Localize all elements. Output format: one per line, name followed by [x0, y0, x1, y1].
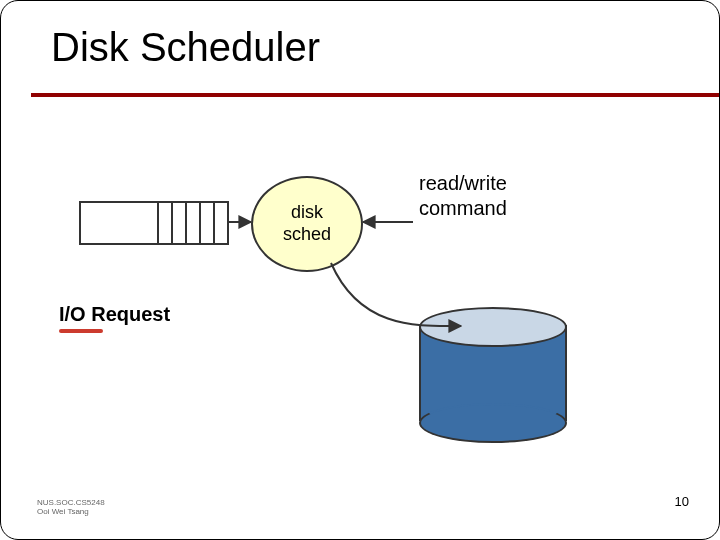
credit-line-2: Ooi Wei Tsang	[37, 507, 105, 517]
slide-title: Disk Scheduler	[51, 25, 320, 70]
queue-slot	[171, 203, 185, 243]
queue-slot	[185, 203, 199, 243]
page-number: 10	[675, 494, 689, 509]
disk-sched-node: disk sched	[251, 176, 363, 272]
disk-sched-label: disk sched	[283, 202, 331, 245]
credit-line-1: NUS.SOC.CS5248	[37, 498, 105, 508]
footer-credit: NUS.SOC.CS5248 Ooi Wei Tsang	[37, 498, 105, 517]
disk-top-ellipse	[419, 307, 567, 347]
read-write-label: read/write command	[419, 171, 507, 221]
disk-cylinder	[419, 307, 563, 439]
request-queue	[79, 201, 229, 245]
io-request-label: I/O Request	[59, 303, 170, 326]
queue-slot	[157, 203, 171, 243]
queue-slot	[199, 203, 213, 243]
io-underline	[59, 329, 103, 333]
queue-slot	[213, 203, 227, 243]
title-rule	[31, 93, 719, 97]
disk-bottom-ellipse	[419, 403, 567, 443]
arrows-overlay	[1, 1, 720, 540]
